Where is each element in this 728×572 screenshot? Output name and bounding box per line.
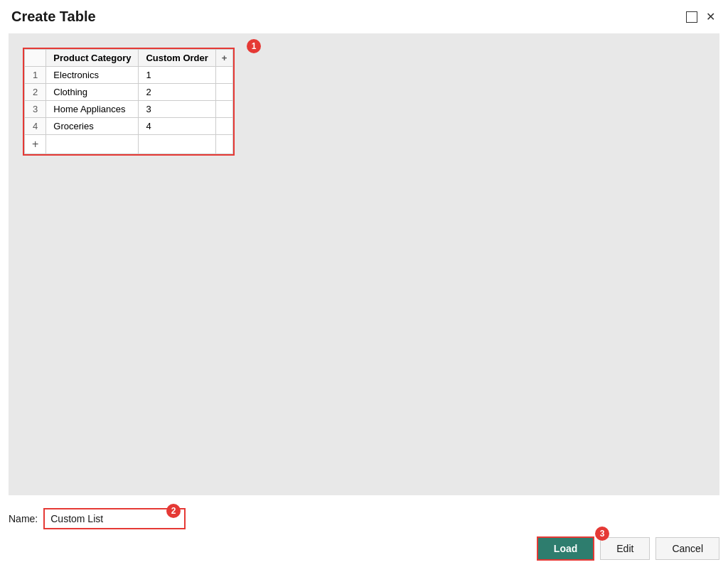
load-button[interactable]: Load bbox=[537, 536, 594, 561]
add-row-row: + bbox=[25, 135, 233, 154]
add-row-cell-4 bbox=[215, 135, 233, 154]
cell-add-3 bbox=[215, 101, 233, 118]
cell-add-2 bbox=[215, 84, 233, 101]
row-num-2: 2 bbox=[25, 84, 46, 101]
table-row: 4 Groceries 4 bbox=[25, 118, 233, 135]
window: Create Table ✕ 1 Product Category Cust bbox=[0, 0, 728, 572]
cancel-button[interactable]: Cancel bbox=[655, 537, 719, 560]
header-product-category: Product Category bbox=[46, 50, 139, 67]
name-label: Name: bbox=[9, 513, 38, 524]
close-icon: ✕ bbox=[706, 10, 715, 23]
window-title: Create Table bbox=[11, 9, 96, 25]
row-num-3: 3 bbox=[25, 101, 46, 118]
add-column-button[interactable]: + bbox=[215, 50, 233, 67]
cell-product-category-1[interactable]: Electronics bbox=[46, 67, 139, 84]
badge-2: 2 bbox=[166, 504, 181, 518]
cell-product-category-2[interactable]: Clothing bbox=[46, 84, 139, 101]
cell-product-category-3[interactable]: Home Appliances bbox=[46, 101, 139, 118]
add-row-cell-3 bbox=[139, 135, 215, 154]
content-area: 1 Product Category Custom Order + 1 Elec… bbox=[9, 33, 719, 495]
cell-product-category-4[interactable]: Groceries bbox=[46, 118, 139, 135]
cell-custom-order-4[interactable]: 4 bbox=[139, 118, 215, 135]
add-row-button[interactable]: + bbox=[25, 135, 46, 154]
cell-custom-order-3[interactable]: 3 bbox=[139, 101, 215, 118]
name-input[interactable] bbox=[43, 508, 186, 529]
close-button[interactable]: ✕ bbox=[704, 11, 717, 23]
minimize-button[interactable] bbox=[685, 11, 698, 23]
table-row: 2 Clothing 2 bbox=[25, 84, 233, 101]
minimize-icon bbox=[686, 11, 697, 23]
add-row-cell-2 bbox=[46, 135, 139, 154]
header-custom-order: Custom Order bbox=[139, 50, 215, 67]
row-num-4: 4 bbox=[25, 118, 46, 135]
bottom-area: Name: 2 3 Load Edit Cancel bbox=[0, 501, 728, 572]
table-container: Product Category Custom Order + 1 Electr… bbox=[23, 48, 235, 156]
data-table: Product Category Custom Order + 1 Electr… bbox=[24, 49, 233, 154]
title-bar: Create Table ✕ bbox=[0, 0, 728, 31]
button-row: 3 Load Edit Cancel bbox=[9, 536, 719, 563]
table-header-row: Product Category Custom Order + bbox=[25, 50, 233, 67]
cell-custom-order-2[interactable]: 2 bbox=[139, 84, 215, 101]
row-num-1: 1 bbox=[25, 67, 46, 84]
window-controls: ✕ bbox=[685, 11, 717, 23]
cell-add-1 bbox=[215, 67, 233, 84]
header-row-num bbox=[25, 50, 46, 67]
name-row: Name: 2 bbox=[9, 508, 719, 529]
badge-3: 3 bbox=[595, 527, 609, 541]
cell-add-4 bbox=[215, 118, 233, 135]
badge-1: 1 bbox=[247, 39, 261, 53]
edit-button[interactable]: Edit bbox=[600, 537, 650, 560]
table-row: 3 Home Appliances 3 bbox=[25, 101, 233, 118]
table-row: 1 Electronics 1 bbox=[25, 67, 233, 84]
cell-custom-order-1[interactable]: 1 bbox=[139, 67, 215, 84]
